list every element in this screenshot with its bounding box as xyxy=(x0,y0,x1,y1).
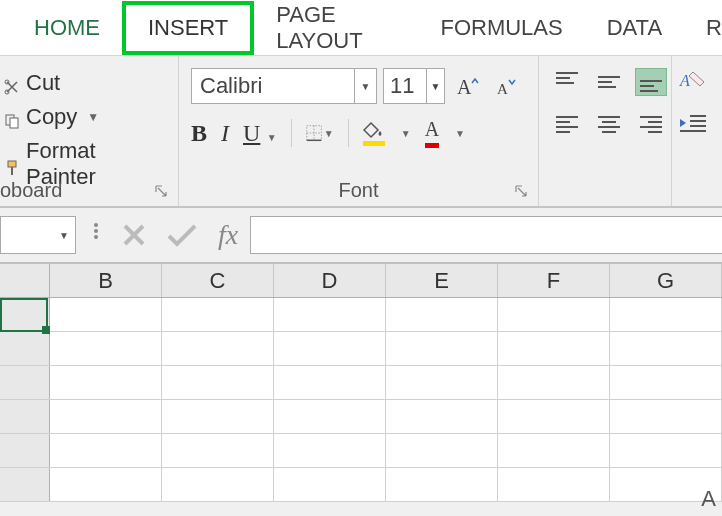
cell[interactable] xyxy=(162,434,274,467)
fx-icon[interactable]: fx xyxy=(218,219,238,251)
clear-formatting-button[interactable]: A xyxy=(678,68,722,94)
extra-group: A A xyxy=(672,56,722,206)
tab-review[interactable]: R xyxy=(684,1,722,55)
cell[interactable] xyxy=(50,434,162,467)
cell[interactable] xyxy=(274,400,386,433)
cell[interactable] xyxy=(274,366,386,399)
cell[interactable] xyxy=(610,434,722,467)
cell[interactable] xyxy=(386,366,498,399)
cell[interactable] xyxy=(386,400,498,433)
column-header[interactable]: D xyxy=(274,264,386,297)
enter-formula-button[interactable] xyxy=(164,217,200,253)
align-center-button[interactable] xyxy=(593,110,625,138)
column-header[interactable]: F xyxy=(498,264,610,297)
cell[interactable] xyxy=(610,366,722,399)
select-all-corner[interactable] xyxy=(0,264,50,297)
cell[interactable] xyxy=(162,366,274,399)
cell[interactable] xyxy=(50,298,162,331)
cell[interactable] xyxy=(162,298,274,331)
row-header[interactable] xyxy=(0,298,50,331)
cut-button[interactable]: Cut xyxy=(4,66,170,100)
cell[interactable] xyxy=(162,468,274,501)
cell[interactable] xyxy=(610,400,722,433)
cell[interactable] xyxy=(386,332,498,365)
font-dialog-launcher[interactable] xyxy=(514,184,530,200)
decrease-font-size-button[interactable]: A xyxy=(489,68,521,104)
row-header[interactable] xyxy=(0,468,50,501)
tab-data[interactable]: DATA xyxy=(585,1,684,55)
cell[interactable] xyxy=(386,298,498,331)
chevron-down-icon[interactable]: ▼ xyxy=(401,128,411,139)
tab-formulas[interactable]: FORMULAS xyxy=(418,1,584,55)
column-header[interactable]: B xyxy=(50,264,162,297)
cell[interactable] xyxy=(498,298,610,331)
name-box[interactable]: ▼ xyxy=(0,216,76,254)
cell[interactable] xyxy=(50,332,162,365)
svg-text:A: A xyxy=(679,72,690,89)
cell[interactable] xyxy=(610,332,722,365)
cell[interactable] xyxy=(498,332,610,365)
ribbon-tabs: HOME INSERT PAGE LAYOUT FORMULAS DATA R xyxy=(0,0,722,56)
cell[interactable] xyxy=(386,434,498,467)
borders-button[interactable]: ▼ xyxy=(306,119,334,147)
row-header[interactable] xyxy=(0,366,50,399)
chevron-down-icon[interactable]: ▼ xyxy=(354,69,376,103)
align-left-button[interactable] xyxy=(551,110,583,138)
cell[interactable] xyxy=(50,468,162,501)
chevron-down-icon[interactable]: ▼ xyxy=(455,128,465,139)
cell[interactable] xyxy=(274,468,386,501)
row-header[interactable] xyxy=(0,434,50,467)
chevron-down-icon[interactable]: ▼ xyxy=(267,132,277,143)
align-top-button[interactable] xyxy=(551,68,583,96)
font-color-button[interactable]: A xyxy=(425,118,439,148)
divider xyxy=(94,223,98,247)
font-group: Calibri ▼ 11 ▼ A A B I U ▼ ▼ xyxy=(179,56,539,206)
align-right-button[interactable] xyxy=(635,110,667,138)
column-header[interactable]: C xyxy=(162,264,274,297)
table-row xyxy=(0,366,722,400)
align-bottom-button[interactable] xyxy=(635,68,667,96)
font-size-select[interactable]: 11 ▼ xyxy=(383,68,445,104)
underline-button[interactable]: U xyxy=(243,120,260,146)
cell[interactable] xyxy=(50,400,162,433)
cell[interactable] xyxy=(498,468,610,501)
cell[interactable] xyxy=(498,366,610,399)
row-header[interactable] xyxy=(0,400,50,433)
chevron-down-icon[interactable]: ▼ xyxy=(59,230,69,241)
ribbon: Cut Copy ▼ Format Painter oboard Calibri… xyxy=(0,56,722,208)
column-headers: B C D E F G xyxy=(0,264,722,298)
cell[interactable] xyxy=(386,468,498,501)
italic-button[interactable]: I xyxy=(221,120,229,147)
cell[interactable] xyxy=(162,332,274,365)
tab-home[interactable]: HOME xyxy=(12,1,122,55)
cell[interactable] xyxy=(498,400,610,433)
clipboard-label: oboard xyxy=(0,179,62,202)
chevron-down-icon[interactable]: ▼ xyxy=(324,128,334,139)
cell[interactable] xyxy=(498,434,610,467)
cell[interactable] xyxy=(50,366,162,399)
decrease-indent-button[interactable] xyxy=(678,112,722,138)
cell[interactable] xyxy=(162,400,274,433)
align-middle-button[interactable] xyxy=(593,68,625,96)
formula-bar: ▼ fx xyxy=(0,208,722,264)
row-header[interactable] xyxy=(0,332,50,365)
column-header[interactable]: E xyxy=(386,264,498,297)
cell[interactable] xyxy=(610,298,722,331)
cancel-formula-button[interactable] xyxy=(116,217,152,253)
tab-insert[interactable]: INSERT xyxy=(122,1,254,55)
clipboard-dialog-launcher[interactable] xyxy=(154,184,170,200)
copy-button[interactable]: Copy ▼ xyxy=(4,100,170,134)
chevron-down-icon[interactable]: ▼ xyxy=(87,110,99,124)
font-group-label: Font xyxy=(338,179,378,202)
formula-input[interactable] xyxy=(250,216,722,254)
fill-color-button[interactable] xyxy=(363,121,385,146)
font-name-select[interactable]: Calibri ▼ xyxy=(191,68,377,104)
cell[interactable] xyxy=(274,434,386,467)
chevron-down-icon[interactable]: ▼ xyxy=(426,69,444,103)
table-row xyxy=(0,434,722,468)
bold-button[interactable]: B xyxy=(191,120,207,147)
cell[interactable] xyxy=(274,298,386,331)
column-header[interactable]: G xyxy=(610,264,722,297)
cell[interactable] xyxy=(274,332,386,365)
increase-font-size-button[interactable]: A xyxy=(451,68,483,104)
